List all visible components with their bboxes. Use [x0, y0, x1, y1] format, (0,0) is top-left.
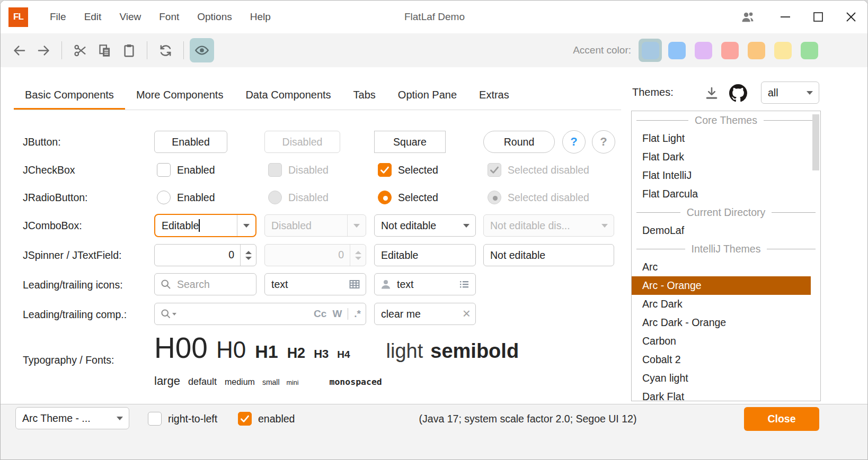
- spinner-value[interactable]: 0: [155, 245, 240, 266]
- radio-enabled-label[interactable]: Enabled: [177, 192, 215, 204]
- radio-selected[interactable]: [378, 191, 392, 204]
- checkbox-disabled: [268, 163, 282, 177]
- h3-sample: H3: [314, 347, 329, 361]
- theme-quick-combobox[interactable]: Arc Theme - ...: [15, 407, 129, 429]
- clear-icon[interactable]: ×: [463, 305, 471, 321]
- accent-swatch-default[interactable]: [639, 39, 662, 62]
- menu-font[interactable]: Font: [150, 1, 188, 33]
- search-icon[interactable]: [160, 308, 172, 320]
- textfield-not-editable[interactable]: [483, 244, 614, 266]
- theme-item[interactable]: Arc Dark: [632, 295, 811, 313]
- tab-basic-components[interactable]: Basic Components: [14, 80, 125, 110]
- close-window-button[interactable]: [835, 1, 867, 33]
- menu-options[interactable]: Options: [188, 1, 241, 33]
- theme-quick-value: Arc Theme - ...: [16, 412, 111, 425]
- theme-item[interactable]: Arc: [632, 258, 811, 276]
- enabled-checkbox[interactable]: [238, 412, 252, 426]
- themes-group-intellij: IntelliJ Themes: [632, 240, 820, 258]
- themes-filter-combobox[interactable]: all: [761, 82, 819, 104]
- theme-item[interactable]: Cobalt 2: [632, 350, 811, 369]
- accent-swatch-color: [695, 42, 712, 59]
- radio-selected-label[interactable]: Selected: [398, 192, 438, 204]
- spinner-buttons[interactable]: [240, 245, 256, 266]
- accent-swatch-red[interactable]: [718, 39, 741, 62]
- flatlaf-demo-window: FL File Edit View Font Options Help Flat…: [0, 0, 868, 460]
- help-button-gray[interactable]: ?: [592, 130, 615, 154]
- theme-item[interactable]: Carbon: [632, 332, 811, 350]
- accent-swatch-yellow[interactable]: [771, 39, 794, 62]
- h1-sample: H1: [255, 341, 278, 362]
- accent-swatch-green[interactable]: [798, 39, 821, 62]
- tab-more-components[interactable]: More Components: [125, 80, 235, 110]
- list-icon[interactable]: [458, 278, 471, 291]
- radio-disabled: [268, 191, 282, 204]
- jbutton-enabled[interactable]: Enabled: [154, 131, 227, 153]
- checkbox-selected-label[interactable]: Selected: [398, 164, 438, 176]
- textfield-editable[interactable]: [374, 244, 476, 266]
- rtl-checkbox[interactable]: [148, 412, 162, 426]
- refresh-button[interactable]: [153, 38, 178, 62]
- accent-swatch-purple[interactable]: [692, 39, 715, 62]
- users-button[interactable]: [733, 1, 763, 33]
- maximize-button[interactable]: [802, 1, 835, 33]
- forward-button[interactable]: [31, 38, 56, 62]
- accent-swatch-blue[interactable]: [665, 39, 688, 62]
- h0-sample: H0: [216, 337, 246, 363]
- theme-item[interactable]: Cyan light: [632, 369, 811, 387]
- rtl-checkbox-label[interactable]: right-to-left: [168, 413, 217, 425]
- window-buttons: [733, 1, 867, 33]
- match-case-button[interactable]: Cc: [314, 308, 326, 320]
- tab-option-pane[interactable]: Option Pane: [387, 80, 468, 110]
- theme-item[interactable]: Flat Dark: [632, 148, 811, 166]
- whole-word-button[interactable]: W: [332, 308, 342, 320]
- radio-enabled[interactable]: [157, 191, 171, 204]
- combobox-not-editable[interactable]: Not editable: [374, 214, 476, 237]
- paste-button[interactable]: [117, 38, 141, 62]
- theme-item-selected[interactable]: Arc - Orange: [632, 276, 811, 295]
- theme-item[interactable]: Arc Dark - Orange: [632, 313, 811, 332]
- copy-button[interactable]: [92, 38, 117, 62]
- theme-item[interactable]: Flat IntelliJ: [632, 166, 811, 185]
- spinner-buttons: [350, 245, 366, 266]
- download-themes-button[interactable]: [703, 85, 720, 102]
- themes-filter-value: all: [761, 87, 801, 99]
- combobox-editable[interactable]: Editable: [154, 214, 256, 237]
- menu-view[interactable]: View: [110, 1, 150, 33]
- theme-item[interactable]: Flat Light: [632, 129, 811, 148]
- jcombobox-row-label: JComboBox:: [23, 220, 82, 232]
- menu-help[interactable]: Help: [241, 1, 280, 33]
- tab-extras[interactable]: Extras: [468, 80, 520, 110]
- tab-tabs[interactable]: Tabs: [342, 80, 387, 110]
- minimize-button[interactable]: [769, 1, 802, 33]
- help-button-blue[interactable]: ?: [562, 130, 586, 154]
- checkbox-selected[interactable]: [378, 163, 392, 177]
- accent-swatch-orange[interactable]: [745, 39, 768, 62]
- person-icon: [379, 278, 392, 291]
- regex-button[interactable]: .*: [354, 308, 361, 320]
- github-button[interactable]: [729, 84, 748, 103]
- checkbox-enabled-label[interactable]: Enabled: [177, 164, 215, 176]
- menu-file[interactable]: File: [41, 1, 75, 33]
- table-icon[interactable]: [348, 278, 361, 291]
- jbutton-round[interactable]: Round: [483, 131, 555, 153]
- menubar: File Edit View Font Options Help: [41, 1, 280, 33]
- tab-data-components[interactable]: Data Components: [234, 80, 342, 110]
- radio-disabled-label: Disabled: [288, 192, 329, 204]
- show-hidden-toggle-button[interactable]: [190, 38, 214, 62]
- jspinner-row-label: JSpinner / JTextField:: [23, 249, 121, 261]
- back-button[interactable]: [7, 38, 31, 62]
- theme-item[interactable]: Flat Darcula: [632, 185, 811, 203]
- enabled-checkbox-label[interactable]: enabled: [258, 413, 295, 425]
- cut-button[interactable]: [68, 38, 92, 62]
- jbutton-square[interactable]: Square: [374, 131, 446, 153]
- themes-scrollbar-thumb[interactable]: [812, 114, 819, 170]
- theme-item[interactable]: DemoLaf: [632, 221, 811, 240]
- spinner-value: 0: [265, 245, 350, 266]
- menu-edit[interactable]: Edit: [75, 1, 111, 33]
- spinner-enabled[interactable]: 0: [154, 244, 256, 266]
- close-button[interactable]: Close: [744, 407, 819, 431]
- clearable-input[interactable]: [374, 303, 476, 325]
- combobox-editable-value[interactable]: Editable: [155, 219, 237, 232]
- theme-item[interactable]: Dark Flat: [632, 387, 811, 401]
- checkbox-enabled[interactable]: [157, 163, 171, 177]
